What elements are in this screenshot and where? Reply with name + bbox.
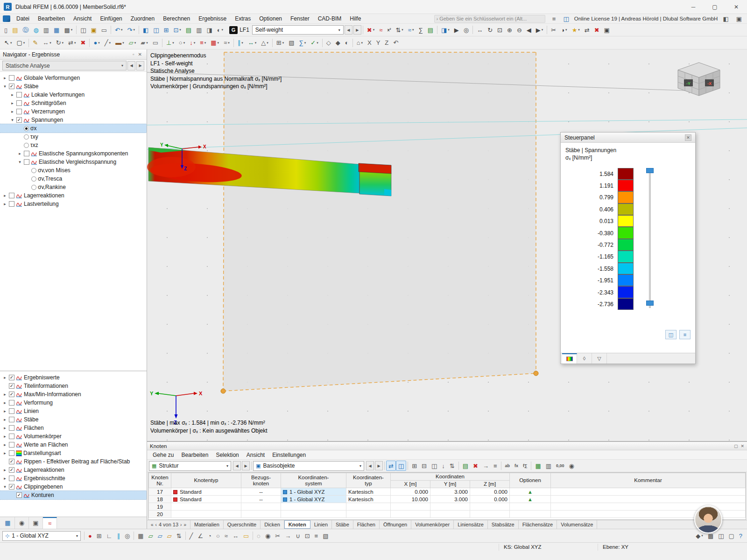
mirror-model-icon[interactable]: ⇄ [582,25,592,35]
next-category-button[interactable]: ▶ [375,461,383,470]
slider-handle-max[interactable] [646,168,654,173]
tree-item-verformung[interactable]: ▸Verformung [0,399,147,407]
tree-item-ergebnisschnitte[interactable]: ▸Ergebnisschnitte [0,474,147,483]
col-header-x[interactable]: X [m] [391,481,430,488]
insert-row-icon[interactable]: ⊞ [409,461,419,471]
panel-window-button[interactable]: ◫ [665,330,677,339]
animation-icon[interactable]: ▶ [452,25,461,35]
tree-item-lokale-verformungen[interactable]: ▸Lokale Verformungen [0,91,147,99]
isolate-selection-icon[interactable]: ◉ [263,531,273,541]
expander-icon[interactable]: ▸ [10,92,15,97]
fullscreen-mode-icon[interactable]: ▢ [726,531,736,541]
copy-row-icon[interactable]: ◫ [429,461,439,471]
checkbox[interactable]: ✓ [9,375,14,380]
transparency-render-icon[interactable]: ◐ [343,38,351,48]
tree-item-x[interactable]: σx [0,124,147,133]
table-tab-liniens-tze[interactable]: Liniensätze [454,520,488,529]
tree-item-fl-chen[interactable]: ▸Flächen [0,424,147,432]
radio-button[interactable] [31,185,36,190]
col-header-nr[interactable]: Knoten Nr. [149,473,171,488]
snap-nodes-icon[interactable]: ● [86,531,94,541]
previous-loadcase-button[interactable]: ◀ [345,25,352,35]
menu-einf-gen[interactable]: Einfügen [96,14,126,23]
table-menu-ansicht[interactable]: Ansicht [243,451,268,459]
new-surface-icon[interactable]: ▱▾ [127,38,139,48]
control-panel-titlebar[interactable]: Steuerpanel ✕ [561,133,695,143]
sort-rows-icon[interactable]: ⇅ [447,461,457,471]
checkbox[interactable] [9,450,14,456]
copy-icon[interactable]: ◫ [78,25,88,35]
context-help-icon[interactable]: ? [737,531,745,541]
menu-berechnen[interactable]: Berechnen [159,14,194,23]
previous-category-button[interactable]: ◀ [366,461,374,470]
expander-icon[interactable]: ▸ [2,468,7,472]
paste-icon[interactable]: ▣ [89,25,99,35]
table-titlebar[interactable]: Knoten ▢ ✕ [147,442,747,450]
visibility-modes-icon[interactable]: ◑▾ [558,25,569,35]
table-tab-fl-chen[interactable]: Flächen [353,520,380,529]
user-avatar[interactable] [694,505,722,533]
zoom-in-icon[interactable]: ⊕ [505,25,514,35]
tree-item-lagerreaktionen[interactable]: ▸✓Lagerreaktionen [0,466,147,474]
sync-graphic-icon[interactable]: ⇄ [386,461,396,471]
close-icon[interactable]: ✕ [136,52,144,57]
tree-item-volumenk-rper[interactable]: ▸Volumenkörper [0,432,147,441]
expander-icon[interactable]: ▸ [2,409,7,413]
checkbox[interactable]: ✓ [9,84,14,89]
data-navigator-tab[interactable]: ▦ [1,517,15,529]
new-surface-load-icon[interactable]: ▦▾ [208,38,221,48]
new-support-icon[interactable]: ⊥▾ [164,38,176,48]
checkbox[interactable] [9,425,14,431]
checkbox[interactable] [24,159,29,165]
tree-item-linien[interactable]: ▸Linien [0,407,147,415]
panel-tab-filter[interactable]: ▽ [592,353,607,364]
pin-icon[interactable]: ▫ [131,52,136,57]
viewport-layout-icon[interactable]: ◫ [716,531,726,541]
wireframe-render-icon[interactable]: ◇ [324,38,333,48]
view-x-icon[interactable]: X [365,38,374,48]
tree-item-werte-an-fl-chen[interactable]: ▸Werte an Flächen [0,441,147,449]
tree-item-v-tresca[interactable]: σv,Tresca [0,175,147,183]
panel-tab-smoothing[interactable]: ◊ [577,353,592,364]
col-header-type[interactable]: Knotentyp [171,473,241,488]
col-header-options[interactable]: Optionen [510,473,551,488]
tree-item-schnittgr-en[interactable]: ▸Schnittgrößen [0,99,147,107]
redo-icon[interactable]: ↷▾ [125,25,137,35]
checkbox[interactable] [9,417,14,422]
expander-icon[interactable]: ▸ [2,202,7,206]
calculate-all-icon[interactable]: ∑▾ [297,38,309,48]
table-tab-materialien[interactable]: Materialien [190,520,224,529]
select-box-icon[interactable]: ▢▾ [14,38,27,48]
maximize-icon[interactable]: ▢ [734,444,738,448]
dimensions-icon[interactable]: ↔▾ [246,38,259,48]
menu-zuordnen[interactable]: Zuordnen [127,14,159,23]
printout-report-icon[interactable]: ▭ [99,25,109,35]
previous-table-button[interactable]: ‹ [155,522,157,527]
print-table-icon[interactable]: ▥ [543,461,554,471]
new-model-icon[interactable]: ▯ [2,25,10,35]
menu-ergebnisse[interactable]: Ergebnisse [194,14,231,23]
plane-offset-icon[interactable]: ⇅ [174,531,184,541]
dlubal-center-icon[interactable]: Ⓓ [20,25,31,35]
workplane-xz-icon[interactable]: ▱ [155,531,165,541]
table-group-combo[interactable]: ▦ Struktur ▾ [149,461,231,471]
checkbox[interactable] [16,92,22,98]
expander-icon[interactable]: ▸ [2,426,7,430]
reset-view-icon[interactable]: ↶ [391,38,401,48]
model-menu-icon[interactable] [3,15,10,22]
trim-objects-icon[interactable]: ✂ [273,531,282,541]
show-results-icon[interactable]: ≈ [377,25,385,35]
new-opening-icon[interactable]: ▭ [150,38,161,48]
table-tab-ffnungen[interactable]: Öffnungen [380,520,411,529]
checkbox[interactable] [9,434,14,439]
tree-item-xz[interactable]: τxz [0,141,147,149]
table-tab-querschnitte[interactable]: Querschnitte [224,520,261,529]
new-line-icon[interactable]: ╱▾ [102,38,113,48]
table-row-node-17[interactable]: 17Standard--1 - Global XYZKartesisch0.00… [149,488,746,496]
tree-item-ergebniswerte[interactable]: ▸✓Ergebniswerte [0,373,147,382]
next-table-button[interactable]: › [180,522,182,527]
result-tables-icon[interactable]: ▤ [425,25,436,35]
tree-item-max-min-informationen[interactable]: ▸✓Max/Min-Informationen [0,390,147,399]
tree-item-st-be[interactable]: ▾✓Stäbe [0,82,147,91]
expander-icon[interactable]: ▾ [17,160,22,164]
